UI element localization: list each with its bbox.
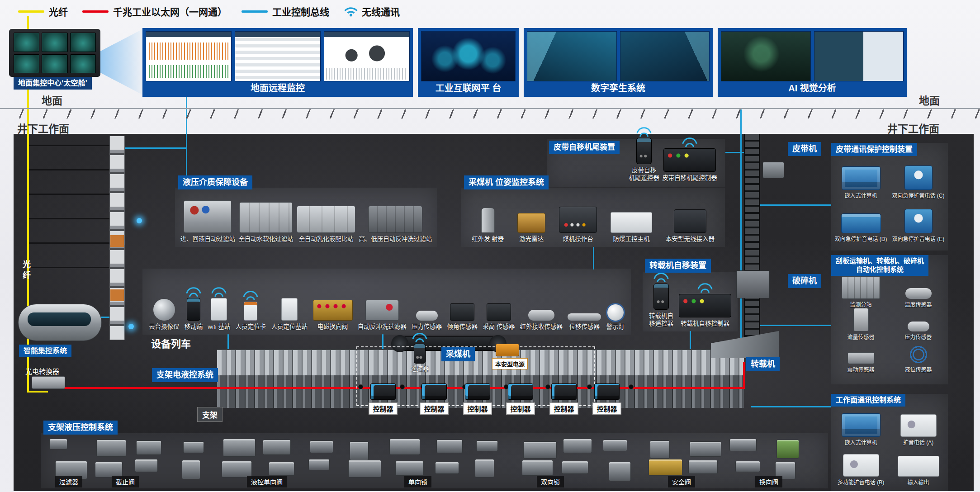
valve-shape — [136, 440, 161, 455]
device-image — [663, 148, 716, 172]
monitor-screen — [42, 54, 67, 74]
shearer-pose-items: 红外发 射器激光雷达煤机操作台防爆工控主机本安型无线接入器 — [461, 188, 725, 247]
device-image — [611, 212, 652, 233]
shearer-remote-item: 遥控器 — [411, 344, 429, 373]
device-image — [842, 166, 881, 190]
valve-shape — [562, 461, 588, 474]
device-image — [905, 288, 932, 299]
device-caption: 移动端 — [185, 323, 203, 331]
device-caption: 人员定位基站 — [271, 323, 308, 331]
screenshot-strip — [421, 31, 516, 81]
bus-line — [760, 204, 831, 206]
equipment-item: 流量传感器 — [832, 310, 890, 343]
photoelectric-converter-image — [32, 376, 65, 389]
device-image — [907, 345, 930, 364]
equipment-item: 全自动水软化过滤站 — [238, 202, 294, 243]
device-caption: 震动传感器 — [847, 367, 874, 374]
device-caption: 液位传感器 — [904, 367, 932, 374]
belt-tail-title: 皮带自移机尾装置 — [549, 141, 620, 154]
sensor-row-items: 云台摄像仪移动端wifi 基站人员定位卡人员定位基站电磁换向阀自动反冲洗过滤器压… — [142, 269, 631, 335]
shearer-pose-title: 采煤机 位姿监控系统 — [464, 175, 549, 189]
train-track-tick — [29, 145, 109, 146]
device-image — [841, 213, 881, 233]
valve-caption: 截止阀 — [112, 476, 139, 487]
bus-line — [760, 325, 831, 326]
device-image — [239, 202, 293, 233]
equipment-item: 红外接收传感器 — [520, 310, 563, 331]
device-image — [244, 302, 257, 321]
controller-device — [465, 383, 490, 400]
equipment-item: 全自动乳化液配比站 — [297, 206, 355, 243]
control-center-label: 地面集控中心‘太空舱’ — [14, 77, 92, 90]
valve-shape — [475, 459, 494, 478]
monitor-screen — [14, 33, 39, 52]
equipment-item: 自动反冲洗过滤器 — [358, 300, 407, 331]
device-caption: 防爆工控主机 — [613, 236, 650, 243]
ai-screenshot — [721, 31, 811, 81]
scraper-auto-title: 刮板运输机、转载机、破碎机 自动化控制系统 — [831, 255, 928, 276]
valve-caption: 换向阀 — [755, 476, 782, 487]
hydraulic-medium-title: 液压介质保障设备 — [178, 175, 252, 189]
valve-shape — [310, 440, 333, 453]
panel-industrial-iot: 工业互联网平 台 — [418, 28, 519, 97]
valve-shape — [435, 462, 459, 474]
projection-cone — [100, 29, 143, 95]
controller-label: 控制器 — [549, 402, 578, 415]
ground-label-right: 地面 — [919, 92, 940, 108]
iot-screenshot — [421, 31, 516, 81]
device-caption: 嵌入式计算机 — [844, 193, 877, 199]
face-comm-title: 工作面通讯控制系统 — [831, 394, 905, 407]
belt-drive-image — [762, 162, 784, 178]
device-caption: 红外接收传感器 — [520, 323, 563, 331]
screenshot-strip — [527, 31, 710, 81]
equipment-item: 多功能扩音电话 (B) — [832, 448, 890, 488]
train-track-tick — [29, 242, 109, 244]
equipment-item: 温度传感器 — [890, 278, 947, 310]
equipment-item: 监测分站 — [832, 278, 890, 310]
valve-shape — [389, 439, 420, 455]
crusher-image — [736, 270, 770, 298]
equipment-item: 双向急停扩音电话 (E) — [890, 201, 947, 245]
device-caption: 全自动水软化过滤站 — [238, 236, 294, 243]
legend-wireless-label: 无线通讯 — [362, 5, 400, 18]
train-track-tick — [29, 267, 109, 268]
bus-line — [751, 406, 831, 407]
controller-device — [551, 383, 577, 400]
ai-screenshot — [814, 31, 904, 81]
monitor-screen — [14, 54, 39, 74]
valve-shape — [522, 460, 553, 476]
device-image — [843, 454, 879, 477]
support-label: 支架 — [197, 407, 223, 422]
fiber-line-swatch — [18, 10, 44, 13]
equipment-item: 移动端 — [185, 298, 203, 331]
valve-shape — [476, 440, 498, 451]
monitor-screen — [42, 33, 67, 52]
panel-remote-monitoring: 地面远程监控 — [142, 28, 413, 97]
device-image — [487, 303, 511, 321]
equipment-item: 煤机操作台 — [559, 207, 597, 243]
transfer-label: 转载机 — [746, 357, 780, 371]
device-caption: 激光雷达 — [519, 236, 544, 243]
hydraulic-medium-group: 进、回液自动过滤站全自动水软化过滤站全自动乳化液配比站高、低压自动反冲洗过滤站 — [175, 188, 437, 247]
controller-label: 控制器 — [369, 402, 397, 415]
bus-node-dot — [545, 384, 550, 389]
transfer-move-items: 转载机自 移遥控器转载机自移控制器 — [643, 272, 738, 331]
valve-shape — [348, 460, 381, 478]
valve-shape — [308, 459, 330, 470]
bus-glow-dot — [128, 324, 134, 329]
fiber-line — [27, 391, 48, 393]
valve-shape — [96, 440, 126, 457]
legend: 光纤 千兆工业以太网（一网通） 工业控制总线 无线通讯 — [18, 5, 414, 18]
belt-comm-items: 嵌入式计算机双向急停扩音电话 (C)双向急停扩音电话 (D)双向急停扩音电话 (… — [831, 156, 948, 246]
device-image — [842, 413, 881, 437]
device-image — [481, 208, 495, 233]
bus-glow-dot — [137, 218, 142, 223]
device-image — [653, 284, 669, 310]
device-caption: 云台摄像仪 — [149, 323, 180, 331]
device-caption: 转载机自移控制器 — [681, 320, 729, 328]
train-car-orange — [110, 289, 124, 301]
device-caption: 全自动乳化液配比站 — [298, 236, 354, 243]
device-image — [281, 298, 298, 321]
equipment-item: 转载机自移控制器 — [679, 294, 731, 328]
device-caption: 压力传感器 — [412, 323, 442, 331]
